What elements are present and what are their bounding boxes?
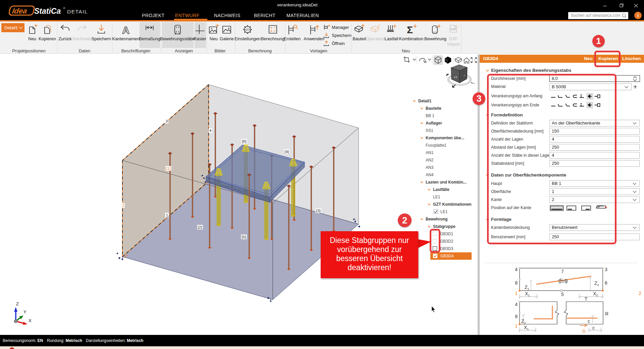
svg-text:0=9: 0=9 (558, 279, 568, 284)
svg-text:Z1: Z1 (525, 285, 529, 291)
svg-text:1: 1 (515, 323, 518, 329)
svg-text:x: x (464, 74, 465, 77)
svg-text:X1: X1 (524, 325, 529, 331)
svg-text:6: 6 (605, 280, 607, 286)
svg-text:1: 1 (515, 291, 518, 296)
svg-text:3: 3 (605, 267, 607, 272)
svg-text:T: T (585, 296, 588, 302)
svg-text:</>: </> (245, 28, 250, 32)
svg-text:Y: Y (23, 309, 26, 314)
svg-text:Z: Z (16, 301, 19, 306)
svg-text:DXF: DXF (450, 28, 457, 31)
svg-text:X: X (29, 318, 32, 323)
svg-text:4: 4 (515, 302, 518, 307)
svg-text:4: 4 (515, 267, 518, 272)
svg-text:÷: ÷ (274, 29, 276, 34)
svg-text:7: 7 (561, 269, 564, 274)
svg-text:A: A (122, 24, 129, 36)
svg-text:2: 2 (639, 291, 641, 296)
svg-text:×: × (270, 29, 272, 34)
svg-text:Σ: Σ (407, 24, 413, 35)
svg-text:Z2: Z2 (594, 281, 599, 287)
svg-text:X1: X1 (525, 291, 530, 297)
svg-text:z: z (463, 65, 464, 67)
svg-text:+Y: +Y (454, 76, 458, 79)
svg-text:c: c (588, 318, 590, 324)
svg-text:c: c (592, 325, 595, 331)
svg-text:5: 5 (561, 292, 564, 297)
svg-text:X2: X2 (593, 291, 598, 297)
svg-text:DETAIL: DETAIL (67, 9, 88, 14)
svg-text:Idea: Idea (11, 7, 28, 15)
svg-text:R: R (605, 311, 608, 316)
svg-text:StatiCa: StatiCa (34, 7, 61, 15)
svg-text:B: B (582, 328, 586, 334)
svg-text:®: ® (63, 7, 65, 10)
svg-text:Z1: Z1 (521, 318, 526, 325)
svg-text:8: 8 (515, 280, 518, 286)
svg-text:8: 8 (515, 314, 518, 319)
